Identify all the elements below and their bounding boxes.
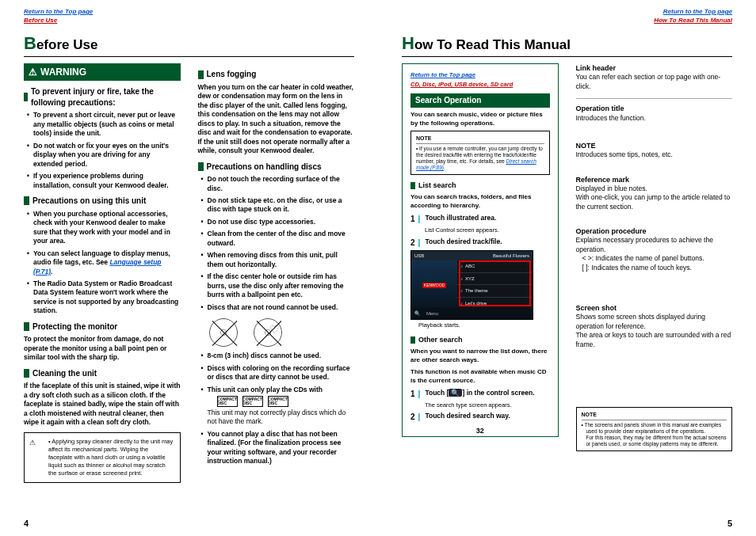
disc-item: Clean from the center of the disc and mo… (201, 230, 355, 248)
example-link-section[interactable]: CD, Disc, iPod, USB device, SD card (410, 81, 513, 88)
warn-item: Do not watch or fix your eyes on the uni… (27, 142, 181, 169)
heading-other-search: Other search (410, 335, 550, 344)
step-text: Touch [🔍] in the control screen. (425, 389, 534, 400)
using-item: When you purchase optional accessories, … (27, 210, 181, 246)
def-screen-shot: Screen shot Shows some screen shots disp… (576, 303, 733, 349)
page-spread: Return to the Top page Before Use Before… (0, 0, 756, 536)
top-link-right: Return to the Top page How To Read This … (402, 8, 732, 25)
step-text: Touch illustrated area. (425, 214, 496, 225)
divider (576, 98, 733, 99)
shot-album-art: KENWOOD (411, 260, 457, 310)
search-icon: 🔍 (449, 389, 462, 397)
def-title: Link header (576, 63, 733, 73)
step-num: 1 (410, 214, 415, 225)
step-1: 1| Touch illustrated area. (410, 214, 550, 225)
example-frame: Return to the Top page CD, Disc, iPod, U… (402, 63, 559, 436)
shot-brand: KENWOOD (422, 283, 446, 288)
disc-list-b: 8-cm (3 inch) discs cannot be used. Disc… (198, 352, 355, 466)
step-2: 2| Touch desired track/file. (410, 238, 550, 249)
disc-item: Discs with coloring on the recording sur… (201, 364, 355, 382)
def-desc: Introduces the function. (576, 114, 733, 123)
warn-item: If you experience problems during instal… (27, 172, 181, 190)
section-title-before-use: Before Use (24, 32, 354, 58)
shot-source: USB (414, 253, 424, 259)
def-desc: You can refer each section or top page w… (576, 73, 733, 91)
heading-using: Precautions on using this unit (24, 196, 181, 207)
disc-item: This unit can only play the CDs with COM… (201, 386, 355, 427)
top-link-left: Return to the Top page Before Use (24, 8, 354, 25)
step-num: 1 (410, 389, 415, 400)
top-link-red[interactable]: Before Use (24, 17, 57, 24)
cd-marks: COMPACTDISC COMPACTDISC COMPACTDISC (208, 394, 355, 409)
step-text: Touch desired track/file. (425, 238, 502, 249)
warning-bar: ⚠ WARNING (24, 63, 181, 81)
using-item: You can select language to display menus… (27, 249, 181, 276)
clean-text: If the faceplate of this unit is stained… (24, 382, 181, 427)
step-text: Touch desired search way. (425, 412, 510, 423)
page-left: Return to the Top page Before Use Before… (0, 0, 378, 536)
cd-mark-icon: COMPACTDISC (242, 396, 263, 407)
ostep-1-sub: The search type screen appears. (425, 401, 550, 409)
example-operation-title: Search Operation (410, 93, 550, 108)
ostep-1: 1| Touch [🔍] in the control screen. (410, 389, 550, 400)
disc-illustration-row: ♡ (198, 315, 355, 350)
page-number-right: 5 (727, 518, 732, 530)
menu-label: Menu (426, 310, 438, 317)
section-title-how-to-read: How To Read This Manual (402, 32, 732, 58)
def-hint: < >: Indicates the name of panel buttons… (576, 254, 733, 263)
example-link-top[interactable]: Return to the Top page (410, 71, 475, 78)
columns-left: ⚠ WARNING To prevent injury or fire, tak… (24, 63, 354, 530)
red-highlight-box (459, 260, 531, 306)
warning-label: WARNING (40, 66, 86, 78)
protect-text: To protect the monitor from damage, do n… (24, 335, 181, 362)
title-rest: ow To Read This Manual (414, 37, 571, 52)
title-cap: B (24, 33, 36, 53)
def-hint: [ ]: Indicates the name of touch keys. (576, 264, 733, 272)
clean-note-box: ⚠ Applying spray cleaner directly to the… (24, 432, 181, 484)
list-intro: You can search tracks, folders, and file… (410, 193, 550, 211)
disc-item: When removing discs from this unit, pull… (201, 251, 355, 269)
disc-item-sub: This unit may not correctly play discs w… (208, 409, 355, 427)
disc-item: Do not touch the recording surface of th… (201, 175, 355, 193)
col-b: Lens fogging When you turn on the car he… (198, 63, 355, 530)
example-note-box: NOTE • If you use a remote controller, y… (410, 131, 550, 175)
warning-icon: ⚠ (29, 66, 37, 78)
cd-mark-icon: COMPACTDISC (268, 396, 288, 407)
top-link-blue[interactable]: Return to the Top page (24, 8, 93, 15)
example-col: Return to the Top page CD, Disc, iPod, U… (402, 63, 559, 530)
def-note: NOTE Introduces some tips, notes, etc. (576, 141, 733, 160)
page-number-left: 4 (24, 518, 29, 530)
disc-item: Discs that are not round cannot be used. (201, 303, 355, 312)
page-right: Return to the Top page How To Read This … (378, 0, 756, 536)
example-note-body: • If you use a remote controller, you ca… (416, 146, 544, 172)
example-page-num: 32 (403, 426, 558, 435)
fog-text: When you turn on the car heater in cold … (198, 83, 355, 156)
top-link-blue[interactable]: Return to the Top page (663, 8, 732, 15)
top-link-red[interactable]: How To Read This Manual (654, 17, 732, 24)
columns-right: Return to the Top page CD, Disc, iPod, U… (402, 63, 732, 530)
example-note-title: NOTE (416, 135, 544, 143)
def-desc: Explains necessary procedures to achieve… (576, 236, 733, 254)
disc-item: 8-cm (3 inch) discs cannot be used. (201, 352, 355, 360)
def-title: Reference mark (576, 175, 733, 184)
definitions-col: Link header You can refer each section o… (576, 63, 733, 530)
def-title: NOTE (576, 141, 733, 150)
disc-item: Do not stick tape etc. on the disc, or u… (201, 196, 355, 215)
caution-icon: ⚠ (29, 438, 36, 447)
def-desc: Introduces some tips, notes, etc. (576, 150, 733, 159)
heading-fog: Lens fogging (198, 69, 355, 80)
playback-label: Playback starts. (418, 321, 550, 329)
heading-protect: Protecting the monitor (24, 321, 181, 333)
heading-disc: Precautions on handling discs (198, 162, 355, 173)
disc-list-a: Do not touch the recording surface of th… (198, 175, 355, 312)
device-screenshot: USBBeautiful Flowers KENWOOD ABC XYZ The… (410, 250, 533, 320)
clean-note-text: Applying spray cleaner directly to the u… (48, 438, 174, 478)
using-item: The Radio Data System or Radio Broadcast… (27, 279, 181, 316)
search-icon: 🔍 (414, 310, 420, 317)
using-list: When you purchase optional accessories, … (24, 210, 181, 316)
def-title: Operation title (576, 104, 733, 113)
def-reference-mark: Reference mark Displayed in blue notes. … (576, 175, 733, 212)
heading-clean: Cleaning the unit (24, 368, 181, 379)
example-intro: You can search music, video or picture f… (410, 111, 550, 128)
def-operation-procedure: Operation procedure Explains necessary p… (576, 226, 733, 272)
